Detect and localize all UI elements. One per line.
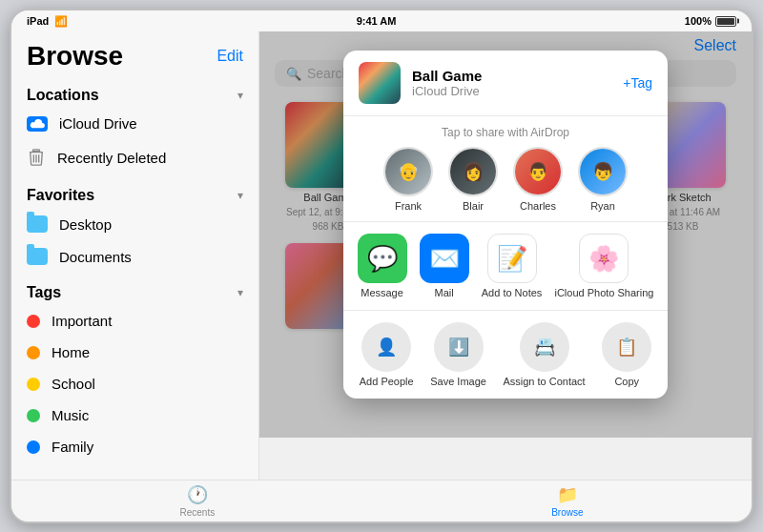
sidebar-item-school[interactable]: School [11, 368, 258, 399]
music-tag-dot [27, 409, 40, 422]
sidebar: Browse Edit Locations ▾ iCloud Drive [11, 31, 259, 480]
tab-browse[interactable]: 📁 Browse [551, 484, 583, 518]
locations-section-header: Locations ▾ [11, 75, 258, 108]
sidebar-item-music[interactable]: Music [11, 399, 258, 431]
share-filename: Ball Game [412, 68, 611, 84]
airdrop-person-ryan[interactable]: 👦 Ryan [578, 147, 628, 212]
blair-avatar-img: 👩 [450, 149, 496, 194]
important-tag-dot [27, 315, 40, 328]
sidebar-item-recently-deleted[interactable]: Recently Deleted [11, 139, 258, 175]
airdrop-person-blair[interactable]: 👩 Blair [448, 147, 498, 212]
locations-chevron-icon: ▾ [237, 89, 243, 102]
status-time: 9:41 AM [357, 15, 397, 27]
home-tag-dot [27, 346, 40, 359]
notes-label: Add to Notes [482, 287, 543, 298]
tags-chevron-icon: ▾ [237, 286, 243, 299]
share-info: Ball Game iCloud Drive [412, 68, 611, 98]
browse-tab-icon: 📁 [557, 484, 578, 505]
save-image-label: Save Image [430, 376, 486, 387]
music-label: Music [52, 407, 89, 423]
desktop-folder-icon [27, 215, 48, 233]
frank-avatar-img: 👴 [385, 149, 431, 194]
blair-avatar: 👩 [448, 147, 498, 196]
mail-label: Mail [435, 287, 454, 298]
ipad-frame: iPad 📶 9:41 AM 100% Browse Edit Location… [10, 9, 753, 523]
assign-contact-label: Assign to Contact [503, 376, 585, 387]
ryan-avatar-img: 👦 [580, 149, 626, 194]
frank-avatar: 👴 [383, 147, 433, 196]
documents-folder-icon [27, 248, 48, 265]
add-people-action[interactable]: 👤 Add People [360, 322, 414, 387]
charles-name: Charles [520, 200, 556, 212]
share-header: Ball Game iCloud Drive +Tag [343, 51, 668, 116]
copy-icon: 📋 [602, 322, 651, 372]
charles-avatar-img: 👨 [515, 149, 561, 194]
mail-action[interactable]: ✉️ Mail [420, 234, 469, 298]
airdrop-label: Tap to share with AirDrop [359, 126, 652, 139]
tab-recents[interactable]: 🕐 Recents [179, 484, 215, 518]
family-tag-dot [27, 440, 40, 454]
favorites-chevron-icon: ▾ [237, 189, 243, 202]
message-label: Message [361, 287, 403, 298]
status-right: 100% [685, 15, 736, 27]
tags-section-header: Tags ▾ [11, 273, 258, 305]
sidebar-item-desktop[interactable]: Desktop [11, 208, 258, 240]
photos-action[interactable]: 🌸 iCloud Photo Sharing [554, 234, 653, 298]
locations-label: Locations [27, 87, 99, 104]
ryan-name: Ryan [590, 200, 615, 212]
home-label: Home [52, 344, 90, 360]
message-action[interactable]: 💬 Message [358, 234, 407, 298]
actions-section: 💬 Message ✉️ Mail 📝 Add to Notes 🌸 [343, 222, 668, 311]
sidebar-item-documents[interactable]: Documents [11, 240, 258, 273]
sidebar-item-icloud[interactable]: iCloud Drive [11, 108, 258, 139]
main-content: Browse Edit Locations ▾ iCloud Drive [11, 31, 752, 480]
school-label: School [52, 376, 95, 392]
tags-label: Tags [27, 284, 61, 301]
device-label: iPad [27, 15, 49, 27]
share-location: iCloud Drive [412, 84, 611, 98]
trash-icon [27, 147, 46, 168]
sidebar-header: Browse Edit [11, 31, 258, 75]
airdrop-section: Tap to share with AirDrop 👴 Frank 👩 [343, 116, 668, 222]
ryan-avatar: 👦 [578, 147, 628, 196]
battery-icon [715, 16, 736, 27]
recently-deleted-label: Recently Deleted [57, 150, 166, 166]
message-icon: 💬 [358, 234, 407, 283]
save-image-icon: ⬇️ [434, 322, 484, 372]
share-file-thumb [359, 62, 401, 104]
icloud-label: iCloud Drive [59, 115, 137, 132]
save-image-action[interactable]: ⬇️ Save Image [430, 322, 486, 387]
airdrop-people: 👴 Frank 👩 Blair [359, 147, 652, 212]
status-bar: iPad 📶 9:41 AM 100% [11, 10, 752, 31]
sidebar-item-important[interactable]: Important [11, 305, 258, 337]
status-left: iPad 📶 [27, 15, 68, 28]
sidebar-item-family[interactable]: Family [11, 431, 258, 462]
add-people-label: Add People [360, 376, 414, 387]
copy-label: Copy [614, 376, 639, 387]
photos-label: iCloud Photo Sharing [554, 287, 653, 298]
icloud-icon [27, 116, 48, 132]
right-panel: Select 🔍 Search Ball Game Sept 12, at 9:… [259, 31, 752, 480]
notes-icon: 📝 [487, 234, 537, 283]
add-people-icon: 👤 [361, 322, 411, 372]
assign-contact-icon: 📇 [520, 322, 569, 372]
airdrop-person-frank[interactable]: 👴 Frank [383, 147, 433, 212]
recents-tab-icon: 🕐 [187, 484, 208, 505]
share-tag-button[interactable]: +Tag [623, 75, 652, 91]
frank-name: Frank [395, 200, 422, 212]
edit-button[interactable]: Edit [217, 48, 243, 65]
photos-icon: 🌸 [579, 234, 629, 283]
copy-action[interactable]: 📋 Copy [602, 322, 651, 387]
browse-tab-label: Browse [551, 507, 583, 518]
family-label: Family [52, 439, 93, 455]
desktop-label: Desktop [59, 216, 112, 233]
airdrop-person-charles[interactable]: 👨 Charles [513, 147, 563, 212]
assign-contact-action[interactable]: 📇 Assign to Contact [503, 322, 585, 387]
share-overlay: Ball Game iCloud Drive +Tag Tap to share… [259, 31, 752, 438]
wifi-icon: 📶 [54, 15, 68, 28]
favorites-label: Favorites [27, 187, 94, 204]
sidebar-item-home[interactable]: Home [11, 337, 258, 368]
blair-name: Blair [463, 200, 484, 212]
tab-bar: 🕐 Recents 📁 Browse [11, 480, 752, 522]
notes-action[interactable]: 📝 Add to Notes [482, 234, 543, 298]
